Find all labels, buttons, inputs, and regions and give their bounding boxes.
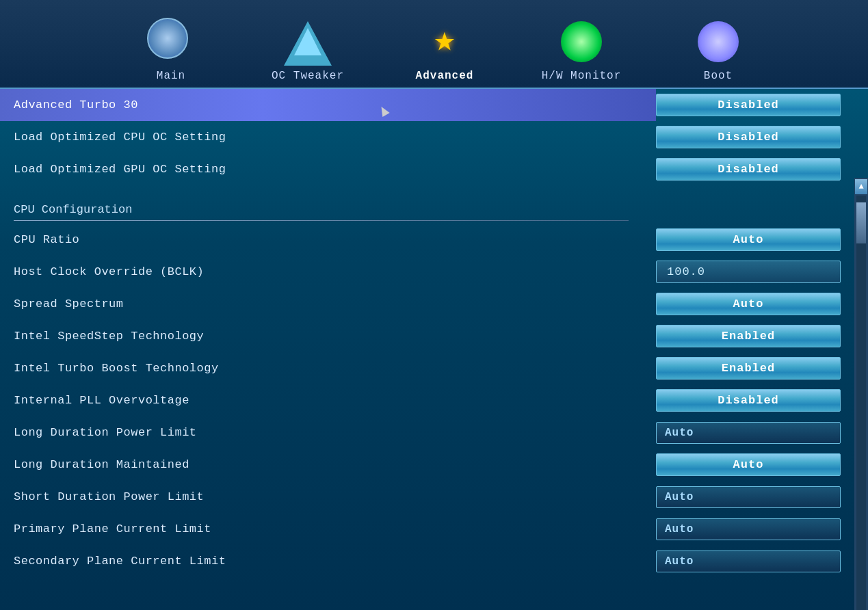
setting-row-spcl: Secondary Plane Current Limit Auto <box>0 545 868 577</box>
value-btn-cpu-ratio[interactable]: Auto <box>656 228 841 251</box>
value-btn-ldpl[interactable]: Auto <box>656 422 841 444</box>
setting-label-ldm[interactable]: Long Duration Maintained <box>0 449 656 481</box>
scrollbar-thumb[interactable] <box>856 202 866 243</box>
setting-label-advanced-turbo[interactable]: Advanced Turbo 30 <box>0 89 656 121</box>
value-btn-spcl[interactable]: Auto <box>656 551 841 572</box>
value-btn-pll[interactable]: Disabled <box>656 389 841 412</box>
oc-icon-box <box>284 18 332 66</box>
value-slot-0: Disabled <box>656 89 868 121</box>
value-slot-1: Disabled <box>656 121 868 153</box>
setting-row-ppcl: Primary Plane Current Limit Auto <box>0 513 868 545</box>
setting-row-turbo-boost: Intel Turbo Boost Technology Enabled <box>0 352 868 384</box>
nav-label-oc: OC Tweaker <box>272 70 344 82</box>
setting-label-spread-spectrum[interactable]: Spread Spectrum <box>0 288 656 320</box>
spacer-1 <box>0 185 868 196</box>
nav-label-advanced: Advanced <box>416 70 474 82</box>
nav-bar: Main OC Tweaker ★ Advanced <box>0 0 868 89</box>
hw-icon <box>561 21 602 62</box>
value-btn-ppcl[interactable]: Auto <box>656 518 841 540</box>
value-btn-speedstep[interactable]: Enabled <box>656 325 841 347</box>
setting-label-bclk[interactable]: Host Clock Override (BCLK) <box>0 256 656 288</box>
setting-label-cpu-oc[interactable]: Load Optimized CPU OC Setting <box>0 121 656 153</box>
advanced-icon-box: ★ <box>421 18 469 66</box>
value-slot-bclk: 100.0 <box>656 256 868 288</box>
setting-label-gpu-oc[interactable]: Load Optimized GPU OC Setting <box>0 153 656 185</box>
main-icon-box <box>147 18 195 66</box>
value-slot-ldpl: Auto <box>656 416 868 449</box>
nav-menu: Main OC Tweaker ★ Advanced <box>0 18 868 88</box>
settings-list: Advanced Turbo 30 Disabled Load Optimize… <box>0 89 868 610</box>
setting-label-ldpl[interactable]: Long Duration Power Limit <box>0 416 656 449</box>
nav-item-main[interactable]: Main <box>103 18 239 88</box>
hw-icon-box <box>557 18 605 66</box>
nav-label-hw: H/W Monitor <box>542 70 622 82</box>
scrollbar-up-arrow[interactable]: ▲ <box>855 179 867 194</box>
setting-row-cpu-ratio: CPU Ratio Auto <box>0 224 868 256</box>
setting-row-spread-spectrum: Spread Spectrum Auto <box>0 288 868 320</box>
setting-row-advanced-turbo: Advanced Turbo 30 Disabled <box>0 89 868 121</box>
boot-icon-box <box>694 18 742 66</box>
value-slot-spcl: Auto <box>656 545 868 577</box>
setting-label-pll[interactable]: Internal PLL Overvoltage <box>0 384 656 416</box>
main-content: Advanced Turbo 30 Disabled Load Optimize… <box>0 89 868 610</box>
setting-row-cpu-oc: Load Optimized CPU OC Setting Disabled <box>0 121 868 153</box>
value-btn-spread-spectrum[interactable]: Auto <box>656 293 841 315</box>
setting-label-speedstep[interactable]: Intel SpeedStep Technology <box>0 320 656 352</box>
setting-label-turbo-boost[interactable]: Intel Turbo Boost Technology <box>0 352 656 384</box>
value-slot-turbo-boost: Enabled <box>656 352 868 384</box>
value-slot-pll: Disabled <box>656 384 868 416</box>
nav-label-boot: Boot <box>704 70 733 82</box>
nav-label-main: Main <box>157 70 185 82</box>
value-slot-ldm: Auto <box>656 449 868 481</box>
setting-label-ppcl[interactable]: Primary Plane Current Limit <box>0 513 656 545</box>
setting-row-bclk: Host Clock Override (BCLK) 100.0 <box>0 256 868 288</box>
nav-item-advanced[interactable]: ★ Advanced <box>376 18 513 88</box>
nav-item-oc-tweaker[interactable]: OC Tweaker <box>239 18 376 88</box>
setting-row-sdpl: Short Duration Power Limit Auto <box>0 481 868 513</box>
scrollbar-track[interactable] <box>856 196 866 610</box>
value-btn-advanced-turbo[interactable]: Disabled <box>656 94 841 116</box>
section-cpu-config: CPU Configuration <box>0 196 868 219</box>
value-btn-gpu-oc[interactable]: Disabled <box>656 158 841 181</box>
value-slot-cpu-ratio: Auto <box>656 224 868 256</box>
setting-row-gpu-oc: Load Optimized GPU OC Setting Disabled <box>0 153 868 185</box>
value-btn-sdpl[interactable]: Auto <box>656 486 841 508</box>
setting-row-ldpl: Long Duration Power Limit Auto <box>0 416 868 449</box>
scrollbar[interactable]: ▲ <box>854 178 868 610</box>
value-btn-ldm[interactable]: Auto <box>656 453 841 476</box>
divider-cpu <box>14 220 629 221</box>
nav-item-boot[interactable]: Boot <box>650 18 787 88</box>
setting-label-spcl[interactable]: Secondary Plane Current Limit <box>0 545 656 577</box>
boot-icon <box>698 21 739 62</box>
value-slot-spread-spectrum: Auto <box>656 288 868 320</box>
setting-label-cpu-ratio[interactable]: CPU Ratio <box>0 224 656 256</box>
nav-item-hw-monitor[interactable]: H/W Monitor <box>513 18 650 88</box>
value-btn-turbo-boost[interactable]: Enabled <box>656 357 841 380</box>
main-icon <box>147 18 188 59</box>
value-slot-ppcl: Auto <box>656 513 868 545</box>
setting-row-ldm: Long Duration Maintained Auto <box>0 449 868 481</box>
value-btn-cpu-oc[interactable]: Disabled <box>656 126 841 148</box>
value-slot-sdpl: Auto <box>656 481 868 513</box>
value-slot-2: Disabled <box>656 153 868 185</box>
setting-row-speedstep: Intel SpeedStep Technology Enabled <box>0 320 868 352</box>
setting-label-sdpl[interactable]: Short Duration Power Limit <box>0 481 656 513</box>
setting-row-pll: Internal PLL Overvoltage Disabled <box>0 384 868 416</box>
value-slot-speedstep: Enabled <box>656 320 868 352</box>
value-btn-bclk[interactable]: 100.0 <box>656 261 841 283</box>
